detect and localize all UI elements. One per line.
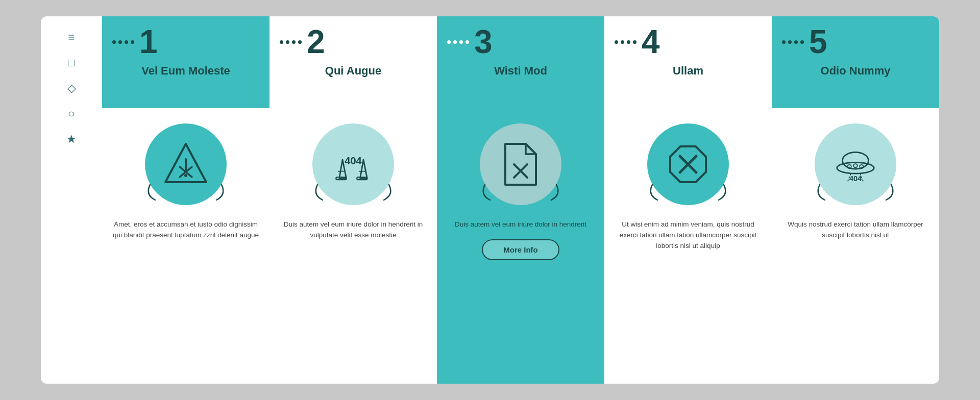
cones-404-icon: 404 xyxy=(328,139,379,190)
dot xyxy=(286,40,289,44)
card-3: 3 Wisti Mod xyxy=(437,16,604,384)
sidebar: ≡ □ ◇ ○ ★ xyxy=(41,16,102,384)
svg-point-20 xyxy=(853,164,857,167)
card-4-icon-circle xyxy=(647,123,729,205)
hamburger-icon[interactable]: ≡ xyxy=(68,32,75,43)
card-4: 4 Ullam xyxy=(604,16,772,384)
card-1-number-row: 1 xyxy=(112,26,158,58)
dot xyxy=(118,40,122,44)
card-3-icon-circle xyxy=(480,123,561,205)
card-3-number: 3 xyxy=(474,26,493,58)
dot xyxy=(131,40,134,44)
card-4-number: 4 xyxy=(642,26,660,58)
card-4-number-row: 4 xyxy=(615,26,660,58)
dot xyxy=(447,40,451,44)
dot xyxy=(794,40,798,44)
card-1-dots xyxy=(112,40,134,44)
card-5-icon-area: 404 xyxy=(810,118,901,210)
card-5-desc: Wquis nostrud exerci tation ullam llamco… xyxy=(782,219,929,241)
card-3-icon-area xyxy=(475,118,567,210)
card-4-header: 4 Ullam xyxy=(604,16,772,108)
card-3-dots xyxy=(447,40,469,44)
square-icon[interactable]: □ xyxy=(68,57,75,68)
card-3-body: Duis autem vel eum iriure dolor in hendr… xyxy=(437,108,604,384)
card-2-body: 404 xyxy=(270,108,437,384)
file-error-icon xyxy=(495,139,546,190)
dot xyxy=(627,40,630,44)
card-4-title: Ullam xyxy=(673,64,703,78)
card-1-header: 1 Vel Eum Moleste xyxy=(102,16,270,108)
card-5-number-row: 5 xyxy=(782,26,827,58)
more-info-button[interactable]: More Info xyxy=(482,239,559,260)
dot xyxy=(298,40,302,44)
main-container: ≡ □ ◇ ○ ★ 1 Vel Eum Moleste xyxy=(41,16,939,384)
card-5-icon-circle: 404 xyxy=(815,123,896,205)
card-3-number-row: 3 xyxy=(447,26,493,58)
dot xyxy=(800,40,804,44)
card-4-desc: Ut wisi enim ad minim veniam, quis nostr… xyxy=(615,219,762,252)
card-1-icon-circle xyxy=(145,123,227,205)
card-2-dots xyxy=(280,40,302,44)
dot xyxy=(615,40,618,44)
card-1-desc: Amet, eros et accumsan et iusto odio dig… xyxy=(112,219,259,241)
card-2-number-row: 2 xyxy=(280,26,325,58)
card-2-title: Qui Augue xyxy=(325,64,381,78)
octagon-x-icon xyxy=(663,139,714,190)
card-2-icon-circle: 404 xyxy=(312,123,394,205)
card-2: 2 Qui Augue 404 xyxy=(270,16,437,384)
circle-icon[interactable]: ○ xyxy=(68,108,75,119)
card-2-header: 2 Qui Augue xyxy=(270,16,437,108)
card-5-header: 5 Odio Nummy xyxy=(772,16,939,108)
card-5-dots xyxy=(782,40,804,44)
card-3-header: 3 Wisti Mod xyxy=(437,16,604,108)
dot xyxy=(453,40,457,44)
card-4-body: Ut wisi enim ad minim veniam, quis nostr… xyxy=(604,108,772,384)
ufo-404-icon: 404 xyxy=(830,139,881,190)
card-4-dots xyxy=(615,40,636,44)
dot xyxy=(465,40,469,44)
card-1-body: Amet, eros et accumsan et iusto odio dig… xyxy=(102,108,270,384)
card-1-number: 1 xyxy=(139,26,158,58)
dot xyxy=(112,40,116,44)
dot xyxy=(459,40,463,44)
card-2-desc: Duis autem vel eum iriure dolor in hendr… xyxy=(280,219,427,241)
svg-text:404: 404 xyxy=(345,155,362,166)
card-4-icon-area xyxy=(642,118,734,210)
dot xyxy=(782,40,786,44)
dot xyxy=(621,40,624,44)
card-3-desc: Duis autem vel eum iriure dolor in hendr… xyxy=(455,219,586,230)
card-2-number: 2 xyxy=(307,26,325,58)
star-icon[interactable]: ★ xyxy=(66,134,77,145)
card-5-number: 5 xyxy=(809,26,827,58)
cards-wrapper: 1 Vel Eum Moleste xyxy=(102,16,939,384)
dot xyxy=(292,40,296,44)
svg-point-2 xyxy=(184,174,187,177)
card-1-title: Vel Eum Moleste xyxy=(141,64,230,78)
dot xyxy=(280,40,283,44)
card-5-body: 404 Wquis nostrud exerci tation ullam ll… xyxy=(772,108,939,384)
card-3-title: Wisti Mod xyxy=(494,64,547,78)
card-5: 5 Odio Nummy xyxy=(772,16,939,384)
svg-point-17 xyxy=(843,152,869,169)
diamond-icon[interactable]: ◇ xyxy=(67,83,76,94)
card-1-icon-area xyxy=(140,118,232,210)
dot xyxy=(633,40,636,44)
warning-triangle-icon xyxy=(160,139,211,190)
card-5-title: Odio Nummy xyxy=(821,64,891,78)
card-1: 1 Vel Eum Moleste xyxy=(102,16,270,384)
svg-text:404: 404 xyxy=(849,174,862,183)
dot xyxy=(788,40,792,44)
card-2-icon-area: 404 xyxy=(307,118,399,210)
dot xyxy=(125,40,128,44)
